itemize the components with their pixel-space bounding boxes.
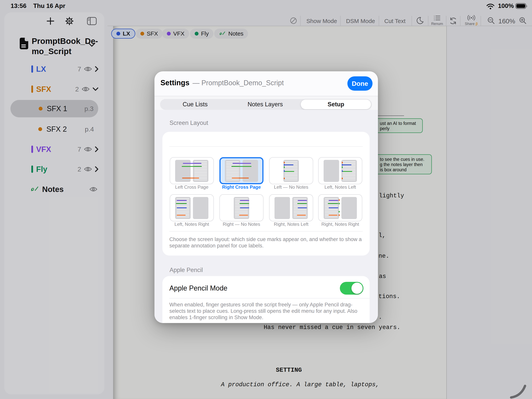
- cue-tick: [284, 166, 285, 168]
- cue-mark: [239, 215, 248, 215]
- cue-tick: [339, 203, 340, 204]
- card-divider: [169, 146, 363, 147]
- cue-mark: [342, 171, 352, 172]
- cue-tick: [339, 214, 340, 216]
- layout-option-label: Right Cross Page: [219, 184, 264, 190]
- screen-layout-card: Left Cross Page Right Cross Page Left — …: [162, 132, 370, 256]
- toggle-knob: [351, 283, 363, 294]
- apple-pencil-mode-label: Apple Pencil Mode: [169, 284, 227, 292]
- app-screen: 13:56 Thu 16 Apr 100%: [0, 0, 532, 399]
- cue-tick: [284, 178, 285, 179]
- cue-mark: [182, 178, 199, 178]
- cue-mark: [183, 163, 202, 164]
- tab-segmented-control: Cue Lists Notes Layers Setup: [160, 99, 372, 110]
- apple-pencil-heading: Apple Pencil: [170, 266, 203, 273]
- settings-modal: Settings — PromptBook_Demo_Script Done C…: [154, 71, 378, 323]
- cue-mark: [285, 171, 294, 172]
- layout-page-blank: [324, 160, 339, 182]
- cue-tick: [339, 211, 340, 212]
- cue-mark: [177, 215, 186, 215]
- cue-mark: [285, 165, 293, 165]
- tabs-strip: Cue Lists Notes Layers Setup: [154, 96, 378, 110]
- layout-option-right-cross-page[interactable]: [219, 157, 264, 184]
- layout-option-left-notes-right[interactable]: [170, 194, 214, 221]
- cue-mark: [329, 215, 337, 215]
- cue-tick: [342, 162, 343, 163]
- card-divider: [169, 298, 370, 298]
- layout-option-label: Right, Notes Left: [269, 222, 313, 227]
- layout-option-label: Left, Notes Right: [170, 222, 214, 227]
- layout-page-lines: [283, 160, 299, 182]
- cue-mark: [182, 166, 202, 167]
- cue-mark: [329, 207, 338, 208]
- cue-mark: [231, 166, 252, 167]
- modal-title: Settings: [160, 79, 190, 87]
- cue-mark: [342, 165, 351, 165]
- layout-option-left-cross-page[interactable]: [170, 157, 214, 184]
- layout-option-right-notes-right[interactable]: [318, 194, 362, 221]
- layout-option-label: Right — No Notes: [219, 222, 264, 227]
- layout-option-left-notes-left[interactable]: [318, 157, 362, 184]
- cue-mark: [329, 200, 338, 201]
- layout-page-blank: [341, 197, 357, 219]
- layout-option-left-no-notes[interactable]: [269, 157, 313, 184]
- done-button[interactable]: Done: [347, 76, 373, 91]
- cue-mark: [177, 200, 187, 201]
- cue-tick: [342, 166, 343, 168]
- cue-mark: [328, 203, 338, 204]
- apple-pencil-card: Apple Pencil Mode When enabled, finger g…: [162, 276, 370, 323]
- tab-notes-layers[interactable]: Notes Layers: [230, 99, 300, 110]
- modal-subtitle: — PromptBook_Demo_Script: [193, 79, 284, 87]
- layout-option-label: Left — No Notes: [269, 184, 313, 190]
- layout-page-blank: [274, 197, 290, 219]
- layout-option-right-no-notes[interactable]: [219, 194, 264, 221]
- cue-mark: [297, 203, 307, 204]
- cue-mark: [298, 207, 307, 208]
- cue-mark: [240, 207, 249, 208]
- cue-mark: [233, 163, 251, 164]
- cue-mark: [297, 215, 306, 215]
- cue-tick: [342, 178, 343, 179]
- cue-mark: [232, 178, 249, 178]
- layout-page-lines: [341, 160, 357, 182]
- cue-mark: [240, 200, 249, 201]
- modal-header: Settings — PromptBook_Demo_Script: [160, 79, 284, 87]
- cue-mark: [240, 203, 249, 204]
- apple-pencil-mode-toggle[interactable]: [340, 282, 363, 295]
- layout-option-label: Left, Notes Left: [318, 184, 362, 190]
- apple-pencil-description: When enabled, finger gestures scroll the…: [169, 302, 365, 321]
- cue-mark: [176, 203, 187, 204]
- cue-mark: [177, 207, 187, 208]
- tab-setup[interactable]: Setup: [301, 100, 371, 109]
- layout-option-label: Right, Notes Right: [318, 222, 362, 227]
- settings-body: Screen Layout: [154, 110, 378, 323]
- cue-mark: [298, 200, 307, 201]
- tab-cue-lists[interactable]: Cue Lists: [160, 99, 230, 110]
- screen-layout-description: Choose the screen layout: which side cue…: [169, 236, 364, 249]
- cue-tick: [284, 162, 285, 163]
- layout-option-label: Left Cross Page: [170, 184, 214, 190]
- layout-option-right-notes-left[interactable]: [269, 194, 313, 221]
- card-divider: [169, 231, 363, 232]
- screen-layout-heading: Screen Layout: [170, 120, 208, 127]
- cue-tick: [339, 199, 340, 201]
- layout-page-blank: [193, 197, 208, 219]
